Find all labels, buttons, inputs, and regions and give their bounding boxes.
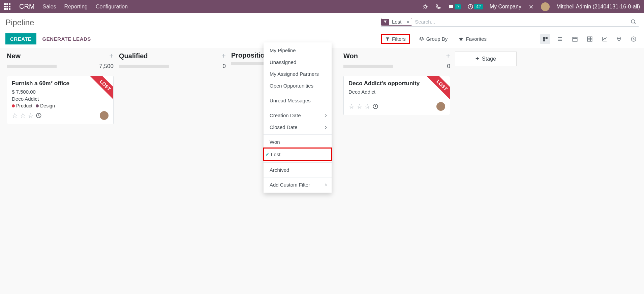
filters-button[interactable]: Filters [381, 34, 410, 44]
view-list-icon[interactable] [555, 34, 565, 44]
plus-icon: + [476, 55, 479, 62]
filter-closed-date[interactable]: Closed Date [264, 121, 332, 133]
svg-rect-7 [587, 37, 592, 41]
view-activity-icon[interactable] [628, 34, 639, 44]
assignee-avatar[interactable] [436, 102, 445, 111]
add-card-icon[interactable]: + [221, 52, 226, 60]
dropdown-divider [264, 108, 332, 108]
kanban-card[interactable]: LOST Furnish a 60m² office $ 7,500.00 De… [7, 76, 114, 124]
messages-badge: 9 [455, 4, 461, 9]
add-card-icon[interactable]: + [109, 52, 114, 60]
filters-label: Filters [392, 36, 406, 42]
user-avatar[interactable] [541, 2, 550, 11]
card-tag: Product [12, 103, 32, 108]
priority-stars[interactable]: ☆ ☆ ☆ [348, 102, 370, 110]
app-brand[interactable]: CRM [19, 3, 35, 10]
view-calendar-icon[interactable] [570, 34, 580, 44]
kanban-column-new: New + 7,500 LOST Furnish a 60m² office $… [4, 52, 116, 124]
card-title: Deco Addict's opportunity [348, 80, 445, 87]
phone-icon[interactable] [435, 4, 441, 10]
kanban-column-qualified: Qualified + 0 [116, 52, 228, 72]
add-card-icon[interactable]: + [446, 52, 450, 60]
svg-rect-5 [543, 39, 545, 41]
favorites-button[interactable]: Favorites [456, 35, 489, 43]
add-stage-column: + Stage [453, 52, 519, 66]
filter-won[interactable]: Won [264, 136, 332, 148]
priority-stars[interactable]: ☆ ☆ ☆ [12, 111, 34, 120]
view-graph-icon[interactable] [600, 34, 610, 44]
search-icon[interactable] [628, 19, 639, 25]
favorites-label: Favorites [466, 36, 487, 42]
card-title: Furnish a 60m² office [12, 80, 109, 87]
assignee-avatar[interactable] [100, 111, 109, 120]
filter-my-partners[interactable]: My Assigned Partners [264, 68, 332, 80]
search-facet-lost: Lost × [381, 18, 412, 26]
card-tag: Design [36, 103, 55, 108]
search-box: Lost × [381, 18, 639, 27]
groupby-button[interactable]: Group By [417, 35, 450, 43]
activity-clock-icon[interactable] [372, 103, 378, 109]
nav-configuration[interactable]: Configuration [96, 4, 128, 10]
tag-dot-icon [36, 104, 39, 107]
card-customer: Deco Addict [12, 96, 109, 102]
groupby-label: Group By [426, 36, 448, 42]
column-progress-bar[interactable] [231, 62, 266, 65]
filter-my-pipeline[interactable]: My Pipeline [264, 44, 332, 56]
user-name[interactable]: Mitchell Admin (21404131-16-0-all) [556, 4, 640, 10]
tools-icon[interactable] [528, 4, 534, 10]
add-stage-button[interactable]: + Stage [455, 52, 517, 66]
filter-unassigned[interactable]: Unassigned [264, 56, 332, 68]
column-progress-bar[interactable] [7, 65, 57, 68]
facet-remove-icon[interactable]: × [404, 19, 412, 25]
column-total: 0 [223, 63, 226, 70]
bug-icon[interactable] [422, 4, 428, 10]
filter-open-opps[interactable]: Open Opportunities [264, 80, 332, 92]
view-pivot-icon[interactable] [585, 34, 595, 44]
filter-icon [381, 19, 389, 25]
column-progress-bar[interactable] [119, 65, 169, 68]
filter-archived[interactable]: Archived [264, 164, 332, 176]
nav-sales[interactable]: Sales [43, 4, 56, 10]
card-customer: Deco Addict [348, 89, 445, 95]
filter-lost[interactable]: ✓ Lost [263, 148, 332, 161]
view-kanban-icon[interactable] [540, 34, 550, 44]
tag-dot-icon [12, 104, 15, 107]
create-button[interactable]: CREATE [5, 33, 36, 44]
generate-leads-button[interactable]: GENERATE LEADS [38, 33, 96, 44]
column-title[interactable]: Qualified [119, 52, 221, 60]
nav-reporting[interactable]: Reporting [64, 4, 88, 10]
filters-dropdown: My Pipeline Unassigned My Assigned Partn… [264, 42, 332, 193]
column-title[interactable]: New [7, 52, 109, 60]
messages-icon[interactable]: 9 [448, 4, 461, 10]
svg-point-8 [618, 38, 619, 39]
company-switcher[interactable]: My Company [490, 4, 521, 10]
apps-icon[interactable] [4, 3, 10, 10]
card-amount: $ 7,500.00 [12, 89, 109, 95]
filter-add-custom[interactable]: Add Custom Filter [264, 179, 332, 191]
kanban-card[interactable]: LOST Deco Addict's opportunity Deco Addi… [343, 76, 450, 115]
svg-point-2 [631, 20, 635, 23]
svg-point-0 [424, 5, 427, 8]
page-title: Pipeline [5, 18, 34, 27]
check-icon: ✓ [266, 152, 269, 157]
dropdown-divider [264, 93, 332, 93]
column-progress-bar[interactable] [343, 65, 393, 68]
column-title[interactable]: Won [343, 52, 446, 60]
filter-creation-date[interactable]: Creation Date [264, 109, 332, 121]
activity-clock-icon[interactable] [36, 112, 42, 119]
svg-rect-3 [543, 37, 545, 39]
filter-unread[interactable]: Unread Messages [264, 95, 332, 106]
column-total: 7,500 [99, 63, 114, 70]
svg-rect-6 [573, 37, 577, 41]
column-total: 0 [447, 63, 450, 70]
dropdown-divider [264, 177, 332, 177]
search-input[interactable] [415, 19, 628, 25]
dropdown-divider [264, 134, 332, 135]
view-map-icon[interactable] [614, 34, 624, 44]
top-navbar: CRM Sales Reporting Configuration 9 42 M… [0, 0, 644, 13]
activities-badge: 42 [474, 4, 483, 9]
dropdown-divider [264, 162, 332, 163]
activities-icon[interactable]: 42 [467, 4, 483, 10]
facet-label: Lost [389, 18, 404, 25]
kanban-column-won: Won + 0 LOST Deco Addict's opportunity D… [341, 52, 453, 115]
